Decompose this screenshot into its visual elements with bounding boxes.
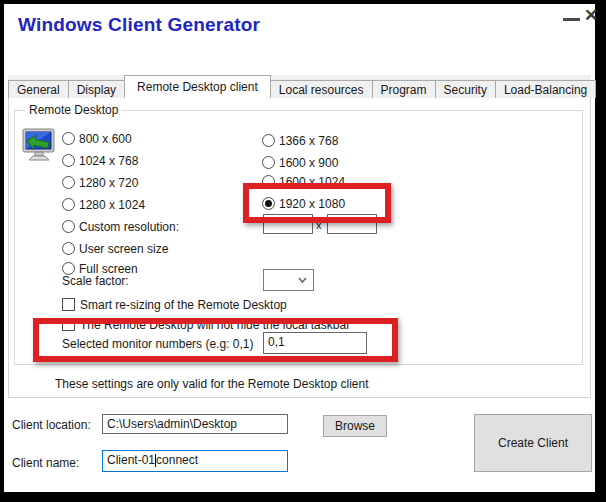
radio-1280x720	[62, 176, 75, 189]
browse-button[interactable]: Browse	[323, 415, 387, 437]
minimize-icon[interactable]	[563, 18, 580, 21]
tab-local-resources[interactable]: Local resources	[270, 80, 373, 98]
tab-load-balancing[interactable]: Load-Balancing	[495, 80, 596, 98]
radio-1600x900	[262, 156, 275, 169]
remote-desktop-group-label: Remote Desktop	[25, 103, 122, 117]
scale-factor-label: Scale factor:	[62, 274, 129, 288]
close-icon[interactable]: ✕	[584, 5, 598, 26]
radio-1024x768	[62, 154, 75, 167]
window-title: Windows Client Generator	[18, 14, 260, 36]
radio-custom-resolution-label: Custom resolution:	[79, 220, 179, 234]
radio-row-custom-resolution[interactable]: Custom resolution:	[62, 220, 232, 234]
radio-1280x1024-label: 1280 x 1024	[79, 198, 145, 212]
client-name-value-before-caret: Client-01	[107, 453, 155, 467]
radio-800x600	[62, 132, 75, 145]
tab-remote-desktop-client[interactable]: Remote Desktop client	[124, 75, 271, 98]
window-frame: Windows Client Generator ✕ General Displ…	[0, 0, 606, 502]
smart-resize-label: Smart re-sizing of the Remote Desktop	[80, 298, 287, 312]
radio-1366x768	[262, 134, 275, 147]
create-client-button[interactable]: Create Client	[474, 414, 592, 472]
client-location-input[interactable]: C:\Users\admin\Desktop	[102, 414, 288, 434]
smart-resize-checkbox	[62, 298, 75, 311]
radio-user-screen-size	[62, 242, 75, 255]
tab-display[interactable]: Display	[68, 80, 125, 98]
radio-row-1280x1024[interactable]: 1280 x 1024	[62, 198, 232, 212]
client-location-label: Client location:	[12, 418, 91, 432]
client-name-value-after-caret: connect	[156, 453, 198, 467]
radio-800x600-label: 800 x 600	[79, 132, 132, 146]
scale-factor-dropdown[interactable]	[263, 269, 314, 291]
radio-row-1280x720[interactable]: 1280 x 720	[62, 176, 232, 190]
tab-security[interactable]: Security	[435, 80, 496, 98]
settings-note: These settings are only valid for the Re…	[55, 377, 369, 391]
radio-user-screen-size-label: User screen size	[79, 242, 168, 256]
create-client-button-label: Create Client	[498, 436, 568, 450]
client-name-input[interactable]: Client-01connect	[102, 450, 288, 472]
radio-row-800x600[interactable]: 800 x 600	[62, 132, 232, 146]
radio-1280x720-label: 1280 x 720	[79, 176, 138, 190]
tab-strip: General Display Remote Desktop client Lo…	[8, 75, 591, 98]
client-name-label: Client name:	[12, 456, 79, 470]
radio-row-1024x768[interactable]: 1024 x 768	[62, 154, 232, 168]
radio-1366x768-label: 1366 x 768	[279, 134, 338, 148]
checkbox-row-smart-resize[interactable]: Smart re-sizing of the Remote Desktop	[62, 298, 322, 312]
highlight-box-monitor-numbers	[33, 318, 398, 362]
tab-general[interactable]: General	[8, 80, 69, 98]
chevron-down-icon	[298, 277, 307, 283]
radio-1280x1024	[62, 198, 75, 211]
radio-1024x768-label: 1024 x 768	[79, 154, 138, 168]
browse-button-label: Browse	[335, 419, 375, 433]
highlight-box-1920x1080	[243, 183, 391, 223]
radio-row-1600x900[interactable]: 1600 x 900	[262, 156, 422, 170]
radio-row-1366x768[interactable]: 1366 x 768	[262, 134, 422, 148]
radio-custom-resolution	[62, 220, 75, 233]
radio-1600x900-label: 1600 x 900	[279, 156, 338, 170]
radio-row-user-screen-size[interactable]: User screen size	[62, 242, 232, 256]
tab-program[interactable]: Program	[372, 80, 436, 98]
remote-desktop-monitor-icon	[20, 127, 58, 165]
